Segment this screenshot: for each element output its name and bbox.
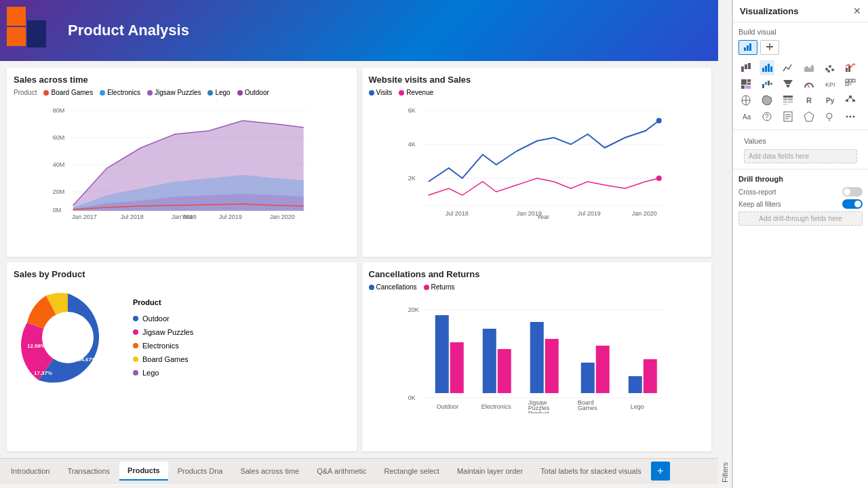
tab-sales-across-time[interactable]: Sales across time: [232, 462, 307, 481]
cancellations-panel: Cancellations and Returns Cancellations …: [362, 262, 712, 451]
svg-rect-57: [783, 104, 787, 105]
viz-table[interactable]: [781, 93, 795, 108]
electronics-label: Electronics: [142, 342, 179, 350]
tab-products-dna[interactable]: Products Dna: [170, 462, 231, 481]
legend-board-games-pie: Board Games: [133, 355, 193, 363]
svg-rect-33: [747, 83, 751, 85]
logo-navy: [27, 20, 46, 47]
viz-scatter[interactable]: [822, 60, 837, 75]
viz-combo[interactable]: [843, 60, 858, 75]
pie-label-board-games: 11.96%: [56, 314, 74, 320]
add-tab-button[interactable]: +: [651, 462, 670, 481]
legend-revenue: Revenue: [399, 89, 433, 96]
viz-qa[interactable]: ?: [760, 109, 774, 124]
tab-qa-arithmetic[interactable]: Q&A arithmetic: [309, 462, 374, 481]
svg-rect-22: [768, 64, 770, 72]
svg-rect-36: [762, 84, 764, 88]
viz-gauge[interactable]: [802, 77, 816, 92]
svg-rect-37: [765, 82, 767, 85]
tab-transactions[interactable]: Transactions: [59, 462, 118, 481]
filters-tab[interactable]: Filters: [718, 0, 732, 488]
svg-text:Aa: Aa: [743, 113, 751, 121]
svg-rect-11: [744, 47, 746, 51]
viz-r-visual[interactable]: R: [802, 93, 816, 108]
add-drill-field[interactable]: Add drill-through fields here: [738, 211, 863, 226]
y-label-2k: 2K: [408, 175, 415, 182]
legend-lego-pie: Lego: [133, 369, 193, 377]
legend-jigsaw-pie: Jigsaw Puzzles: [133, 328, 193, 336]
cross-report-row: Cross-report: [738, 187, 863, 197]
viz-filled-map[interactable]: [760, 93, 774, 108]
legend-visits-label: Visits: [376, 89, 393, 96]
tab-bar: Introduction Transactions Products Produ…: [0, 458, 718, 483]
chart-icon: [743, 42, 753, 52]
build-visual-section: Build visual: [733, 22, 868, 130]
website-visits-panel: Website visits and Sales Visits Revenue …: [362, 68, 712, 257]
cancellations-legend: Cancellations Returns: [369, 283, 705, 291]
viz-line-chart[interactable]: [781, 60, 795, 75]
values-section: Values Add data fields here: [733, 130, 868, 169]
viz-more[interactable]: [843, 109, 858, 124]
viz-shape-map[interactable]: [802, 109, 816, 124]
viz-python[interactable]: Py: [822, 93, 837, 108]
x-label-jan17: Jan 2017: [72, 214, 97, 219]
sales-legend: Product Board Games Electronics Jigsaw P…: [14, 89, 350, 96]
format-button[interactable]: [760, 40, 779, 55]
board-games-dot: [133, 357, 138, 362]
legend-outdoor-dot: [237, 90, 243, 96]
tab-total-labels[interactable]: Total labels for stacked visuals: [532, 462, 650, 481]
viz-bar-chart[interactable]: [760, 60, 774, 75]
x-board2: Games: [577, 405, 597, 411]
y-label-0k: 0K: [408, 394, 415, 401]
visits-chart-svg: 6K 4K 2K Jul 2018: [369, 100, 705, 219]
sales-by-product-title: Sales by Product: [14, 269, 350, 279]
x-label-jul18: Jul 2018: [121, 214, 144, 219]
viz-stacked-bar[interactable]: [738, 60, 753, 75]
viz-funnel[interactable]: [781, 77, 795, 92]
viz-waterfall[interactable]: [760, 77, 774, 92]
svg-rect-35: [745, 85, 751, 89]
viz-map[interactable]: [738, 93, 753, 108]
pie-chart-svg: 11.96% 12.98% 17.37% 54.67%: [14, 283, 122, 392]
svg-point-26: [829, 65, 831, 68]
viz-paginated[interactable]: [781, 109, 795, 124]
build-visual-button[interactable]: [738, 40, 757, 55]
add-data-field[interactable]: Add data fields here: [744, 149, 857, 163]
svg-point-25: [825, 68, 828, 70]
viz-kpi[interactable]: KPI: [822, 77, 837, 92]
logo: [7, 7, 47, 54]
bar-outdoor-return: [450, 342, 463, 393]
tab-rectangle-select[interactable]: Rectangle select: [376, 462, 448, 481]
viz-smart-narrative[interactable]: Aa: [738, 109, 753, 124]
viz-matrix[interactable]: [843, 77, 858, 92]
tab-introduction[interactable]: Introduction: [3, 462, 58, 481]
svg-rect-45: [849, 79, 852, 82]
visits-endpoint: [656, 118, 661, 123]
x-lego: Lego: [630, 403, 644, 410]
keep-filters-row: Keep all filters: [738, 199, 863, 209]
legend-board-games: Board Games: [43, 89, 93, 96]
legend-outdoor-pie: Outdoor: [133, 314, 193, 323]
viz-decomposition[interactable]: [843, 93, 858, 108]
viz-area-chart[interactable]: [802, 60, 816, 75]
svg-rect-60: [849, 96, 852, 98]
cross-report-label: Cross-report: [738, 188, 776, 196]
panel-close-button[interactable]: ✕: [853, 5, 861, 16]
sales-chart-svg: 80M 60M 40M 20M 0M: [14, 100, 350, 219]
tab-products[interactable]: Products: [119, 462, 168, 481]
tab-maintain-layer[interactable]: Maintain layer order: [449, 462, 531, 481]
legend-visits-dot: [369, 90, 374, 96]
electronics-dot: [133, 343, 138, 348]
returns-dot: [424, 285, 429, 290]
legend-jigsaw: Jigsaw Puzzles: [147, 89, 201, 96]
svg-line-64: [850, 98, 854, 100]
svg-rect-23: [770, 66, 772, 72]
legend-electronics: Electronics: [100, 89, 140, 96]
viz-treemap[interactable]: [738, 77, 753, 92]
viz-azure-maps[interactable]: [822, 109, 837, 124]
legend-lego-dot: [208, 90, 213, 96]
keep-filters-toggle[interactable]: [842, 199, 863, 209]
legend-outdoor: Outdoor: [237, 89, 269, 96]
cross-report-toggle[interactable]: [842, 187, 863, 197]
legend-jigsaw-dot: [147, 90, 153, 96]
